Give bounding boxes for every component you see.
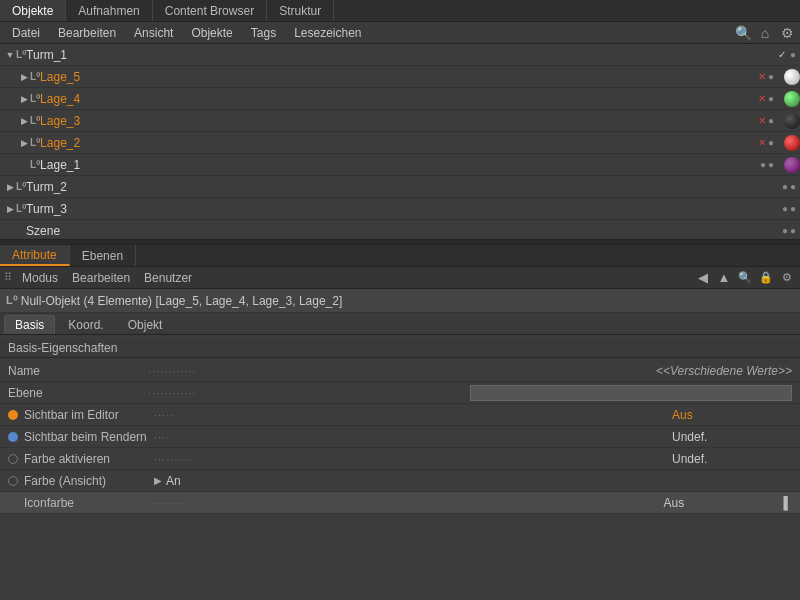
prop-value-sichtbar-rendern: Undef. xyxy=(672,430,792,444)
prop-dropdown-container xyxy=(470,385,792,401)
toolbar-benutzer[interactable]: Benutzer xyxy=(140,269,196,287)
obj-sphere xyxy=(784,135,800,151)
menu-lesezeichen[interactable]: Lesezeichen xyxy=(286,24,369,42)
prop-dots: ············ xyxy=(148,387,470,399)
dot-icon[interactable]: ● xyxy=(782,181,788,192)
subtab-basis[interactable]: Basis xyxy=(4,315,55,334)
prop-label-farbe-aktivieren: Farbe aktivieren xyxy=(24,452,154,466)
dot2-icon[interactable]: ● xyxy=(768,159,774,170)
settings2-icon[interactable]: ⚙ xyxy=(778,269,796,287)
obj-info-text: Null-Objekt (4 Elemente) [Lage_5, Lage_4… xyxy=(21,294,343,308)
tab-objekte[interactable]: Objekte xyxy=(0,0,66,21)
dot-icon[interactable]: ● xyxy=(768,115,774,126)
vis-cross-icon[interactable]: ✕ xyxy=(758,115,766,126)
ebene-dropdown[interactable] xyxy=(470,385,792,401)
zoom-icon[interactable]: 🔍 xyxy=(736,269,754,287)
prop-label-ebene: Ebene xyxy=(8,386,148,400)
expand-icon[interactable]: ▶ xyxy=(18,137,30,149)
cursor-indicator: ▌ xyxy=(783,496,792,510)
tab-aufnahmen[interactable]: Aufnahmen xyxy=(66,0,152,21)
obj-label: Lage_4 xyxy=(40,92,758,106)
list-item[interactable]: ▶ L⁰ Szene ● ● xyxy=(0,220,800,239)
dot2-icon[interactable]: ● xyxy=(790,181,796,192)
obj-controls: ✓ ● xyxy=(776,49,800,61)
list-item[interactable]: ▶ L⁰ Turm_2 ● ● xyxy=(0,176,800,198)
dot2-icon[interactable]: ● xyxy=(790,225,796,236)
attr-tab-bar: Attribute Ebenen xyxy=(0,245,800,267)
expand-icon[interactable]: ▶ xyxy=(4,181,16,193)
prop-value-farbe-aktivieren: Undef. xyxy=(672,452,792,466)
lock-icon[interactable]: 🔒 xyxy=(757,269,775,287)
dot-icon[interactable]: ● xyxy=(760,159,766,170)
home-icon[interactable]: ⌂ xyxy=(756,24,774,42)
prop-label-farbe-ansicht: Farbe (Ansicht) xyxy=(24,474,154,488)
list-item[interactable]: ▶ L⁰ Lage_1 ● ● xyxy=(0,154,800,176)
list-item[interactable]: ▶ L⁰ Lage_5 ✕ ● xyxy=(0,66,800,88)
null-obj-icon: L⁰ xyxy=(16,203,26,214)
subtab-objekt[interactable]: Objekt xyxy=(117,315,174,334)
toolbar-modus[interactable]: Modus xyxy=(18,269,62,287)
prop-label-iconfarbe: Iconfarbe xyxy=(8,496,152,510)
arrow-left-icon[interactable]: ◀ xyxy=(694,269,712,287)
dot-icon[interactable]: ● xyxy=(782,203,788,214)
visibility-icon[interactable]: ✓ xyxy=(776,49,788,61)
toolbar-bearbeiten[interactable]: Bearbeiten xyxy=(68,269,134,287)
obj-label: Turm_1 xyxy=(26,48,776,62)
dot2-icon[interactable]: ● xyxy=(790,203,796,214)
expand-icon[interactable]: ▶ xyxy=(18,93,30,105)
prop-dots: ············ xyxy=(148,365,656,377)
expand-icon[interactable]: ▶ xyxy=(18,71,30,83)
properties-area: Basis-Eigenschaften Name ············ <<… xyxy=(0,335,800,518)
menu-toolbar-icons: 🔍 ⌂ ⚙ xyxy=(734,24,796,42)
null-obj-icon: L⁰ xyxy=(16,181,26,192)
arrow-up-icon[interactable]: ▲ xyxy=(715,269,733,287)
vis-cross-icon[interactable]: ✕ xyxy=(758,137,766,148)
tab-ebenen[interactable]: Ebenen xyxy=(70,245,136,266)
expand-icon[interactable]: ▶ xyxy=(4,203,16,215)
lock-icon[interactable]: ● xyxy=(790,49,796,60)
obj-info-bar: L⁰ Null-Objekt (4 Elemente) [Lage_5, Lag… xyxy=(0,289,800,313)
dot-icon[interactable]: ● xyxy=(768,93,774,104)
prop-sichtbar-rendern: Sichtbar beim Rendern ···· Undef. xyxy=(0,426,800,448)
obj-controls: ✕ ● xyxy=(758,137,778,148)
obj-label: Lage_1 xyxy=(40,158,760,172)
vis-cross-icon[interactable]: ✕ xyxy=(758,93,766,104)
sichtbar-editor-indicator xyxy=(8,410,18,420)
prop-name: Name ············ <<Verschiedene Werte>> xyxy=(0,360,800,382)
attr-toolbar: ⠿ Modus Bearbeiten Benutzer ◀ ▲ 🔍 🔒 ⚙ xyxy=(0,267,800,289)
list-item[interactable]: ▶ L⁰ Lage_4 ✕ ● xyxy=(0,88,800,110)
dot-icon[interactable]: ● xyxy=(782,225,788,236)
tab-attribute[interactable]: Attribute xyxy=(0,245,70,266)
list-item[interactable]: ▶ L⁰ Lage_3 ✕ ● xyxy=(0,110,800,132)
sichtbar-rendern-indicator xyxy=(8,432,18,442)
prop-sichtbar-editor: Sichtbar im Editor ····· Aus xyxy=(0,404,800,426)
obj-controls: ● ● xyxy=(760,159,778,170)
expand-icon[interactable]: ▶ xyxy=(18,115,30,127)
vis-cross-icon[interactable]: ✕ xyxy=(758,71,766,82)
menu-tags[interactable]: Tags xyxy=(243,24,284,42)
list-item[interactable]: ▼ L⁰ Turm_1 ✓ ● xyxy=(0,44,800,66)
obj-controls: ✕ ● xyxy=(758,93,778,104)
menu-objekte[interactable]: Objekte xyxy=(183,24,240,42)
dot-icon[interactable]: ● xyxy=(768,137,774,148)
list-item[interactable]: ▶ L⁰ Turm_3 ● ● xyxy=(0,198,800,220)
menu-datei[interactable]: Datei xyxy=(4,24,48,42)
subtab-koord[interactable]: Koord. xyxy=(57,315,114,334)
prop-dots: ···· xyxy=(154,431,672,443)
menu-bearbeiten[interactable]: Bearbeiten xyxy=(50,24,124,42)
list-item[interactable]: ▶ L⁰ Lage_2 ✕ ● xyxy=(0,132,800,154)
settings-icon[interactable]: ⚙ xyxy=(778,24,796,42)
null-obj-icon: L⁰ xyxy=(30,115,40,126)
obj-label: Lage_5 xyxy=(40,70,758,84)
expand-icon[interactable]: ▼ xyxy=(4,49,16,61)
tab-content-browser[interactable]: Content Browser xyxy=(153,0,267,21)
menu-ansicht[interactable]: Ansicht xyxy=(126,24,181,42)
prop-label-sichtbar-editor: Sichtbar im Editor xyxy=(24,408,154,422)
obj-label: Turm_2 xyxy=(26,180,782,194)
search-icon[interactable]: 🔍 xyxy=(734,24,752,42)
tab-struktur[interactable]: Struktur xyxy=(267,0,334,21)
prop-label-name: Name xyxy=(8,364,148,378)
prop-ebene: Ebene ············ xyxy=(0,382,800,404)
dot-icon[interactable]: ● xyxy=(768,71,774,82)
arrow-right-icon[interactable]: ▶ xyxy=(154,475,162,486)
